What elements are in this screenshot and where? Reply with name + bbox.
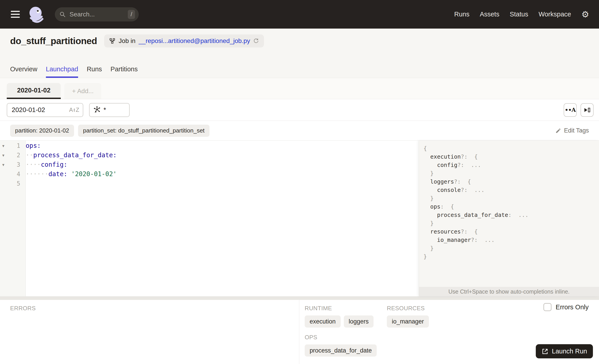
- yaml-editor[interactable]: ▾1ops:▾2··process_data_for_date:▾3····co…: [0, 141, 419, 296]
- pencil-icon: [555, 128, 561, 134]
- schema-line: io_manager?: ...: [423, 236, 599, 244]
- line-number: 3: [9, 161, 23, 168]
- config-scope-chip[interactable]: process_data_for_date: [305, 344, 377, 356]
- op-selection-icon: [93, 106, 101, 114]
- fold-arrow-icon[interactable]: ▾: [0, 162, 9, 167]
- job-file-link[interactable]: __reposi...artitioned@partitioned_job.py: [139, 37, 250, 44]
- job-origin-badge: Job in __reposi...artitioned@partitioned…: [104, 35, 264, 47]
- scaffold-missing-config-button[interactable]: [581, 103, 594, 117]
- session-tab-active[interactable]: 2020-01-02: [7, 83, 61, 99]
- config-sections: RUNTIME executionloggers OPS process_dat…: [299, 300, 429, 364]
- nav-link-workspace[interactable]: Workspace: [538, 11, 571, 18]
- editor-line[interactable]: ▾1ops:: [0, 141, 419, 150]
- schema-line: console?: ...: [423, 186, 599, 194]
- errors-only-toggle: Errors Only: [543, 303, 589, 311]
- errors-label: ERRORS: [10, 305, 299, 312]
- dagster-logo[interactable]: [27, 5, 45, 23]
- errors-only-checkbox[interactable]: [543, 303, 552, 311]
- settings-gear-icon[interactable]: ⚙: [581, 10, 589, 19]
- whitespace-icon: ••A: [565, 107, 576, 113]
- nav-link-runs[interactable]: Runs: [454, 11, 469, 18]
- partition-select-input[interactable]: [7, 106, 69, 114]
- tab-partitions[interactable]: Partitions: [110, 65, 138, 78]
- nav-link-assets[interactable]: Assets: [480, 11, 499, 18]
- menu-icon[interactable]: [10, 9, 21, 19]
- tags-row: partition: 2020-01-02 partition_set: do_…: [0, 121, 599, 141]
- autocomplete-hint: Use Ctrl+Space to show auto-completions …: [419, 287, 599, 296]
- editor-line[interactable]: ▾3····config:: [0, 160, 419, 169]
- runtime-label: RUNTIME: [305, 305, 377, 312]
- resources-chips: io_manager: [387, 315, 429, 328]
- job-tabs: Overview Launchpad Runs Partitions: [0, 65, 599, 78]
- search-icon: [59, 11, 66, 18]
- tab-overview[interactable]: Overview: [10, 65, 37, 78]
- bottom-panel: ERRORS RUNTIME executionloggers OPS proc…: [0, 300, 599, 364]
- schema-line: loggers?: {: [423, 177, 599, 186]
- nav-link-status[interactable]: Status: [510, 11, 528, 18]
- schema-line: execution?: {: [423, 153, 599, 161]
- fold-arrow-icon[interactable]: ▾: [0, 153, 9, 158]
- line-number: 4: [9, 171, 23, 177]
- page-title: do_stuff_partitioned: [10, 36, 97, 46]
- schema-line: }: [423, 244, 599, 252]
- editor-lines: ▾1ops:▾2··process_data_for_date:▾3····co…: [0, 141, 419, 188]
- schema-line: }: [423, 219, 599, 227]
- schema-line: }: [423, 252, 599, 261]
- schema-line: ops: {: [423, 202, 599, 211]
- schema-line: config?: ...: [423, 161, 599, 169]
- config-editor-area: ▾1ops:▾2··process_data_for_date:▾3····co…: [0, 141, 599, 296]
- schema-line: }: [423, 194, 599, 202]
- op-selection-filter[interactable]: [89, 103, 130, 117]
- partition-tag: partition: 2020-01-02: [10, 125, 74, 137]
- errors-section: ERRORS: [0, 300, 299, 364]
- line-number: 1: [9, 142, 23, 149]
- launchpad-toolbar: A▲▼Z ••A: [0, 99, 599, 121]
- editor-line[interactable]: 5: [0, 179, 419, 188]
- octopus-icon: [27, 5, 45, 23]
- line-number: 2: [9, 152, 23, 159]
- job-graph-icon: [109, 38, 115, 44]
- slash-shortcut-badge: /: [128, 10, 135, 19]
- top-navbar: / Runs Assets Status Workspace ⚙: [0, 0, 599, 29]
- config-scope-chip[interactable]: loggers: [344, 315, 374, 328]
- launchpad-session-tabs: 2020-01-02 + Add...: [0, 78, 599, 99]
- code-line: ······date: '2020-01-02': [26, 169, 117, 179]
- scaffold-icon: [584, 107, 590, 113]
- launch-run-button[interactable]: Launch Run: [536, 344, 593, 358]
- partition-selector[interactable]: A▲▼Z: [7, 103, 83, 117]
- schema-lines: { execution?: { config?: ... } loggers?:…: [419, 141, 599, 261]
- editor-line[interactable]: ▾2··process_data_for_date:: [0, 150, 419, 160]
- op-selection-input[interactable]: [101, 106, 116, 114]
- search-input[interactable]: [55, 8, 139, 21]
- schema-line: }: [423, 169, 599, 177]
- add-session-tab[interactable]: + Add...: [64, 83, 101, 99]
- sort-alpha-icon: A▲▼Z: [69, 107, 79, 113]
- config-schema-panel: { execution?: { config?: ... } loggers?:…: [419, 141, 599, 296]
- schema-line: resources?: {: [423, 227, 599, 236]
- schema-line: {: [423, 144, 599, 153]
- reload-icon[interactable]: [253, 38, 259, 44]
- config-scope-chip[interactable]: execution: [305, 315, 341, 328]
- external-link-icon: [542, 348, 548, 355]
- tab-launchpad[interactable]: Launchpad: [46, 65, 78, 78]
- edit-tags-button[interactable]: Edit Tags: [555, 127, 589, 134]
- fold-arrow-icon[interactable]: ▾: [0, 143, 9, 148]
- global-search: /: [55, 8, 139, 21]
- config-scope-chip[interactable]: io_manager: [387, 315, 429, 328]
- job-badge-prefix: Job in: [119, 37, 135, 44]
- partition-set-tag: partition_set: do_stuff_partitioned_part…: [78, 125, 210, 137]
- ops-label: OPS: [305, 334, 377, 341]
- panel-splitter[interactable]: [0, 296, 599, 300]
- schema-line: process_data_for_date: ...: [423, 211, 599, 219]
- code-line: ··process_data_for_date:: [26, 150, 117, 160]
- page-header: do_stuff_partitioned Job in __reposi...a…: [0, 29, 599, 78]
- launch-run-label: Launch Run: [552, 347, 587, 355]
- editor-line[interactable]: 4······date: '2020-01-02': [0, 169, 419, 179]
- line-number: 5: [9, 180, 23, 187]
- code-line: ops:: [26, 141, 41, 150]
- ops-chips: process_data_for_date: [305, 344, 377, 356]
- runtime-chips: executionloggers: [305, 315, 377, 328]
- tab-runs[interactable]: Runs: [87, 65, 102, 78]
- code-line: ····config:: [26, 160, 67, 169]
- toggle-whitespace-button[interactable]: ••A: [564, 103, 577, 117]
